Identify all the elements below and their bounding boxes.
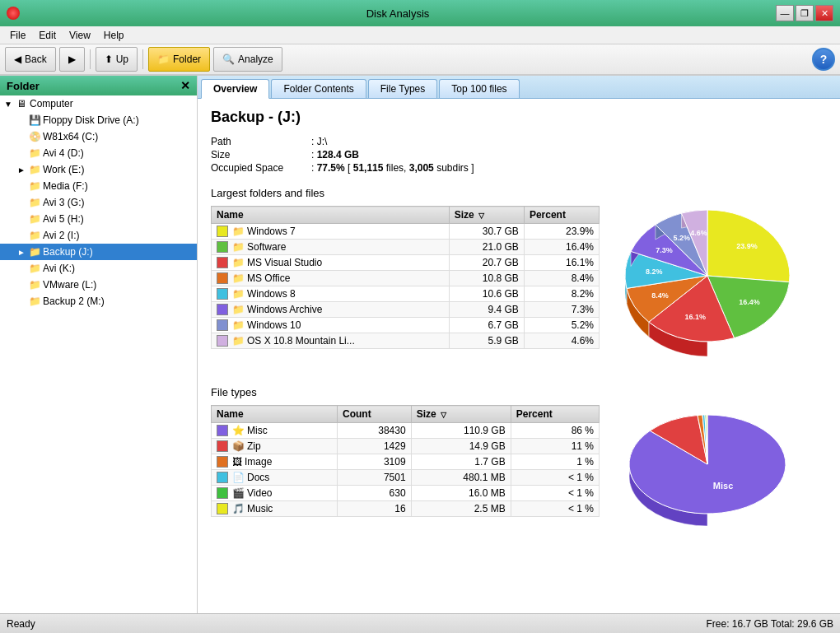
content-area: Overview Folder Contents File Types Top … <box>198 76 840 613</box>
table-row[interactable]: 🖼 Image 3109 1.7 GB 1 % <box>212 454 600 470</box>
col-size[interactable]: Size ▽ <box>449 207 524 224</box>
help-button[interactable]: ? <box>812 48 835 71</box>
folder-name: Windows 8 <box>247 288 296 300</box>
tree-item[interactable]: ▼ 🖥 Computer <box>0 95 197 112</box>
window-controls: — ❐ ✕ <box>776 5 833 21</box>
table-row[interactable]: 📁 MS Visual Studio 20.7 GB 16.1% <box>212 255 600 271</box>
tree-item[interactable]: 📁 Backup 2 (M:) <box>0 293 197 310</box>
file-types-section: Name Count Size ▽ Percent ⭐ Misc 384 <box>211 405 827 539</box>
forward-icon-btn[interactable]: ▶ <box>59 47 85 72</box>
menu-view[interactable]: View <box>63 28 97 43</box>
expand-icon <box>16 296 26 306</box>
menu-help[interactable]: Help <box>97 28 131 43</box>
filetype-name: Zip <box>247 440 261 452</box>
folder-icon-cell: 📁 <box>232 304 245 315</box>
sidebar-close-button[interactable]: ✕ <box>180 79 190 92</box>
tree-item[interactable]: 📁 Avi 5 (H:) <box>0 211 197 227</box>
drive-icon: 📁 <box>28 278 41 291</box>
folder-size: 6.7 GB <box>449 318 524 333</box>
tree-item[interactable]: 📁 Avi (K:) <box>0 260 197 277</box>
tree-item[interactable]: 📀 W81x64 (C:) <box>0 128 197 145</box>
folder-size: 5.9 GB <box>449 333 524 349</box>
tree-item-label: Backup 2 (M:) <box>43 296 105 307</box>
tree-item[interactable]: 📁 Avi 3 (G:) <box>0 194 197 211</box>
tree-item-label: Backup (J:) <box>43 246 93 258</box>
up-button[interactable]: ⬆ Up <box>96 47 138 72</box>
menu-file[interactable]: File <box>3 28 32 43</box>
ft-col-percent[interactable]: Percent <box>511 406 599 423</box>
tree-item[interactable]: 💾 Floppy Disk Drive (A:) <box>0 112 197 128</box>
filetype-count: 38430 <box>338 423 412 439</box>
folder-percent: 23.9% <box>524 224 599 240</box>
minimize-button[interactable]: — <box>776 5 794 21</box>
table-row[interactable]: 📁 Windows 10 6.7 GB 5.2% <box>212 318 600 333</box>
filetype-icon: 📦 <box>232 440 245 452</box>
color-indicator <box>217 503 228 514</box>
drive-icon: 📁 <box>28 229 41 242</box>
menu-edit[interactable]: Edit <box>32 28 63 43</box>
sort-arrow-size: ▽ <box>478 212 484 220</box>
folder-icon-cell: 📁 <box>232 335 245 347</box>
col-name[interactable]: Name <box>212 207 450 224</box>
table-row[interactable]: 📁 Windows 7 30.7 GB 23.9% <box>212 224 600 240</box>
folder-size: 30.7 GB <box>449 224 524 240</box>
color-indicator <box>217 257 228 268</box>
filetype-name-cell: 🎬 Video <box>212 486 338 501</box>
ft-col-count[interactable]: Count <box>338 406 412 423</box>
tree-item[interactable]: 📁 VMware (L:) <box>0 277 197 293</box>
filetype-name-cell: 📄 Docs <box>212 470 338 486</box>
tab-file-types[interactable]: File Types <box>368 79 437 98</box>
folder-button[interactable]: 📁 Folder <box>148 47 210 72</box>
svg-text:8.4%: 8.4% <box>651 291 669 300</box>
table-row[interactable]: 📁 Windows Archive 9.4 GB 7.3% <box>212 302 600 318</box>
table-row[interactable]: ⭐ Misc 38430 110.9 GB 86 % <box>212 423 600 439</box>
filetype-percent: < 1 % <box>511 486 599 501</box>
table-row[interactable]: 📁 OS X 10.8 Mountain Li... 5.9 GB 4.6% <box>212 333 600 349</box>
color-indicator <box>217 440 228 452</box>
tree-item[interactable]: 📁 Avi 4 (D:) <box>0 145 197 161</box>
table-row[interactable]: 📄 Docs 7501 480.1 MB < 1 % <box>212 470 600 486</box>
tab-overview[interactable]: Overview <box>201 79 269 99</box>
expand-icon: ▼ <box>3 99 13 109</box>
table-row[interactable]: 📁 MS Office 10.8 GB 8.4% <box>212 271 600 286</box>
close-button[interactable]: ✕ <box>815 5 833 21</box>
tree-item[interactable]: 📁 Media (F:) <box>0 178 197 194</box>
up-icon: ⬆ <box>105 54 113 65</box>
table-row[interactable]: 📦 Zip 1429 14.9 GB 11 % <box>212 439 600 454</box>
analyze-button[interactable]: 🔍 Analyze <box>213 47 282 72</box>
restore-button[interactable]: ❐ <box>796 5 814 21</box>
folder-name-cell: 📁 Windows 8 <box>212 286 450 302</box>
col-percent[interactable]: Percent <box>524 207 599 224</box>
drive-icon: 📁 <box>28 196 41 209</box>
folder-name: OS X 10.8 Mountain Li... <box>247 335 355 347</box>
ft-col-name[interactable]: Name <box>212 406 338 423</box>
separator-2 <box>142 49 143 69</box>
tree-item[interactable]: ► 📁 Work (E:) <box>0 161 197 178</box>
tab-top100[interactable]: Top 100 files <box>439 79 519 98</box>
app-icon <box>7 7 20 20</box>
tree-item[interactable]: 📁 Avi 2 (I:) <box>0 227 197 244</box>
folder-name-cell: 📁 Windows 7 <box>212 224 450 240</box>
file-types-title: File types <box>211 386 827 398</box>
table-row[interactable]: 🎵 Music 16 2.5 MB < 1 % <box>212 501 600 517</box>
tree-item[interactable]: ► 📁 Backup (J:) <box>0 244 197 260</box>
svg-text:7.3%: 7.3% <box>656 246 673 254</box>
folder-name-cell: 📁 Windows 10 <box>212 318 450 333</box>
table-row[interactable]: 🎬 Video 630 16.0 MB < 1 % <box>212 486 600 501</box>
ft-sort-arrow: ▽ <box>441 411 446 419</box>
drive-icon: 📁 <box>28 163 41 176</box>
drive-icon: 📁 <box>28 295 41 308</box>
svg-text:16.1%: 16.1% <box>684 313 706 321</box>
tree-container: ▼ 🖥 Computer 💾 Floppy Disk Drive (A:) 📀 … <box>0 95 197 310</box>
tab-bar: Overview Folder Contents File Types Top … <box>198 76 840 99</box>
table-row[interactable]: 📁 Windows 8 10.6 GB 8.2% <box>212 286 600 302</box>
separator-1 <box>90 49 91 69</box>
drive-icon: 📁 <box>28 212 41 226</box>
tab-folder-contents[interactable]: Folder Contents <box>271 79 366 98</box>
filetype-name: Video <box>247 487 272 499</box>
ft-col-size[interactable]: Size ▽ <box>411 406 511 423</box>
expand-icon <box>16 148 26 158</box>
svg-text:4.6%: 4.6% <box>690 229 707 237</box>
table-row[interactable]: 📁 Software 21.0 GB 16.4% <box>212 240 600 255</box>
back-button[interactable]: ◀ Back <box>5 47 56 72</box>
